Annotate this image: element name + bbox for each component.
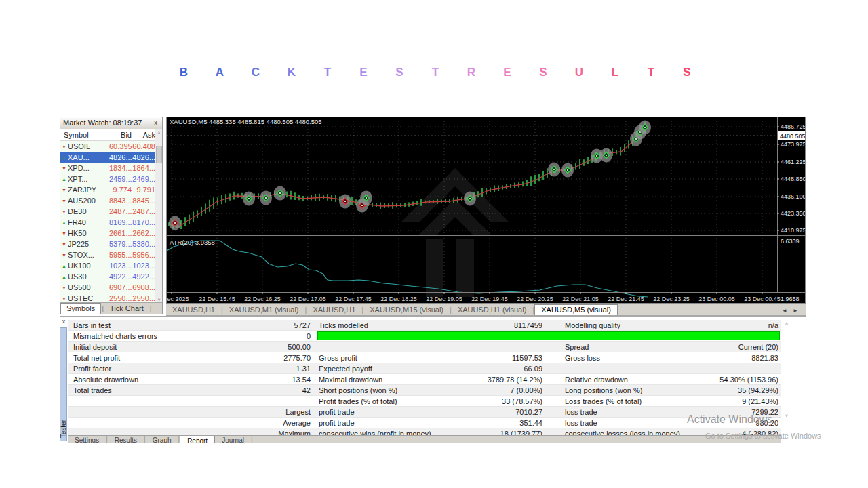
price-axis-label: 4461.225	[781, 159, 805, 165]
bid-value: 4826...	[109, 153, 132, 161]
symbol-name: US30	[68, 272, 109, 281]
bid-value: 9.774	[109, 186, 132, 194]
title-letter: B	[179, 66, 189, 79]
market-watch-row-AUS200[interactable]: ▼AUS2008843...8845...	[60, 195, 162, 206]
price-down-icon: ▼	[60, 242, 68, 247]
market-watch-row-XAU[interactable]: ▲XAU...4826...4826...	[60, 152, 162, 163]
price-down-icon: ▼	[60, 144, 68, 149]
market-watch-tab-tick-chart[interactable]: Tick Chart	[104, 304, 149, 314]
chart-panel[interactable]: XAUUSD,M5 4485.335 4485.815 4480.505 448…	[166, 117, 806, 304]
title-letter: E	[502, 66, 512, 79]
ask-value: 4826...	[132, 153, 155, 161]
tester-tab-journal[interactable]: Journal	[215, 436, 251, 443]
close-icon[interactable]: x	[60, 318, 68, 326]
market-watch-row-ZARJPY[interactable]: ▼ZARJPY9.7749.791	[60, 184, 162, 195]
report-row: Averageprofit trade351.44loss trade-980.…	[68, 418, 781, 428]
bid-value: 1834...	[109, 164, 132, 172]
ask-value: 4922...	[132, 272, 155, 281]
market-watch-scrollbar[interactable]: ˄ ˅	[155, 129, 162, 304]
chart-tab-2[interactable]: XAUUSD,H1	[307, 305, 361, 315]
tester-tab-report[interactable]: Report	[180, 436, 215, 443]
stat-label: Absolute drawdown	[73, 374, 138, 385]
stat-label: Relative drawdown	[565, 374, 628, 385]
price-down-icon: ▼	[60, 296, 68, 301]
market-watch-row-HK50[interactable]: ▼HK502661...2662...	[60, 228, 162, 239]
ask-value: 2550...	[132, 294, 155, 302]
sell-trade-marker	[169, 216, 181, 230]
close-icon[interactable]: x	[151, 119, 160, 127]
price-down-icon: ▼	[60, 253, 68, 258]
symbol-name: UK100	[68, 262, 109, 270]
chart-tab-3[interactable]: XAUUSD,M15 (visual)	[363, 305, 450, 315]
time-axis-label: 22 Dec 2025	[167, 296, 189, 302]
symbol-name: DE30	[68, 207, 109, 216]
tab-scroll-arrows[interactable]: ◄ ►	[782, 308, 806, 315]
title-letter: S	[395, 66, 404, 79]
ask-value: 8845...	[132, 197, 155, 205]
stat-label: Total net profit	[73, 352, 120, 363]
price-axis-label: 4486.725	[781, 123, 805, 130]
tester-tab-graph[interactable]: Graph	[146, 436, 178, 443]
stat-label: profit trade	[319, 407, 355, 418]
market-watch-tab-symbols[interactable]: Symbols	[60, 303, 101, 314]
modelling-quality-bar	[317, 331, 780, 340]
buy-trade-marker	[600, 148, 612, 163]
ask-value: 2487...	[132, 207, 155, 216]
market-watch-header-row: Symbol Bid Ask	[60, 129, 162, 141]
market-watch-row-UK100[interactable]: ▲UK1001023...1023...	[60, 260, 162, 271]
title-letter: T	[646, 66, 656, 79]
stat-value: 8117459	[434, 320, 542, 331]
market-watch-row-US500[interactable]: ▼US5006907...6908...	[60, 282, 162, 293]
stat-value: 7 (0.00%)	[434, 385, 542, 396]
ask-value: 2469...	[132, 175, 155, 183]
price-down-icon: ▼	[60, 231, 68, 236]
report-scrollbar[interactable]: ˄ ˅	[783, 320, 791, 422]
tester-side-tab[interactable]: Tester	[60, 327, 67, 441]
market-watch-row-USOIL[interactable]: ▼USOIL60.39560.408	[60, 141, 162, 152]
time-axis-label: 22 Dec 20:25	[517, 296, 553, 302]
scroll-up-icon[interactable]: ˄	[783, 321, 791, 326]
current-price-label: 4480.505	[780, 133, 805, 140]
market-watch-rows: ▼USOIL60.39560.408▲XAU...4826...4826...▼…	[60, 141, 162, 304]
stat-label: Total trades	[73, 385, 112, 396]
time-axis-label: 22 Dec 21:05	[562, 296, 599, 302]
scrollbar-thumb[interactable]	[156, 146, 162, 163]
stat-value: Current (20)	[633, 342, 778, 352]
symbol-name: STOX...	[68, 251, 109, 259]
chart-tab-5[interactable]: XAUUSD,M5 (visual)	[534, 304, 618, 315]
buy-trade-marker	[360, 191, 372, 205]
chart-tab-1[interactable]: XAUUSD,M1 (visual)	[223, 305, 305, 315]
market-watch-row-XPD[interactable]: ▼XPD...1834...1864...	[60, 163, 162, 174]
title-letter: A	[215, 66, 224, 79]
tab-separator: |	[251, 436, 253, 443]
tester-tab-results[interactable]: Results	[108, 436, 144, 443]
column-header-ask[interactable]: Ask	[132, 129, 155, 140]
symbol-name: US500	[68, 283, 109, 291]
chart-tab-4[interactable]: XAUUSD,H1 (visual)	[452, 305, 532, 315]
buy-trade-marker	[464, 192, 476, 206]
market-watch-row-STOX[interactable]: ▼STOX...5955...5956...	[60, 249, 162, 260]
chart-tab-0[interactable]: XAUUSD,H1	[166, 305, 221, 315]
tab-separator: |	[149, 304, 153, 314]
price-down-icon: ▼	[60, 209, 68, 214]
stat-value: 35 (94.29%)	[633, 385, 778, 396]
ask-value: 60.408	[132, 142, 155, 150]
market-watch-row-JP225[interactable]: ▼JP2255379...5380...	[60, 239, 162, 249]
market-watch-row-XPT[interactable]: ▲XPT...2459...2469...	[60, 174, 162, 184]
price-axis-label: 4473.975	[781, 141, 805, 148]
column-header-bid[interactable]: Bid	[109, 129, 132, 140]
market-watch-row-US30[interactable]: ▲US304922...4922...	[60, 271, 162, 282]
market-watch-row-FR40[interactable]: ▲FR408169...8170...	[60, 217, 162, 228]
price-down-icon: ▼	[60, 188, 68, 192]
scroll-down-icon[interactable]: ˅	[155, 298, 163, 302]
scroll-up-icon[interactable]: ˄	[155, 131, 163, 136]
column-header-symbol[interactable]: Symbol	[60, 129, 109, 140]
stat-value: 9 (21.43%)	[633, 396, 778, 407]
stat-value: 1.31	[258, 363, 311, 374]
tester-tab-settings[interactable]: Settings	[68, 436, 106, 443]
stat-label: Long positions (won %)	[565, 385, 642, 396]
stat-value: 66.09	[434, 363, 542, 374]
scroll-down-icon[interactable]: ˅	[783, 413, 791, 418]
market-watch-row-DE30[interactable]: ▼DE302487...2487...	[60, 206, 162, 217]
stat-value: 11597.53	[434, 352, 542, 363]
